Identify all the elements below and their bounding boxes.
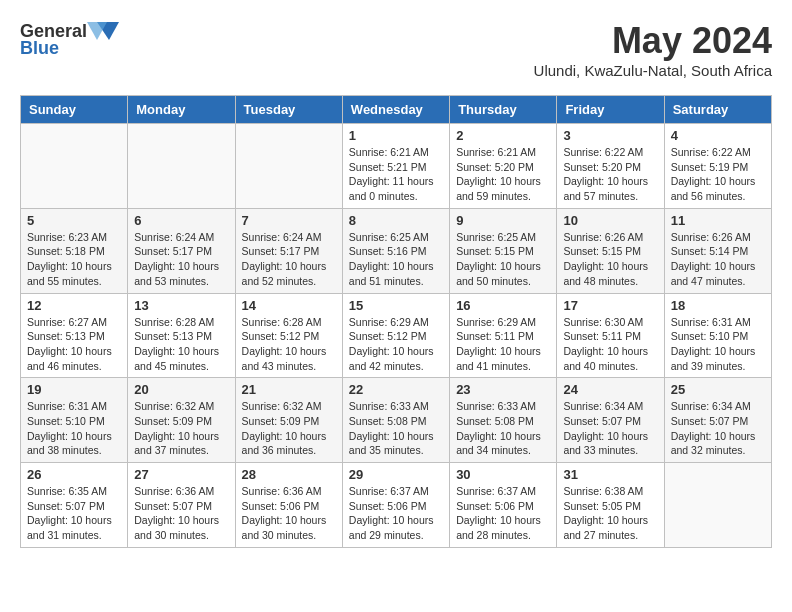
calendar-cell: 9Sunrise: 6:25 AM Sunset: 5:15 PM Daylig… — [450, 208, 557, 293]
day-info: Sunrise: 6:31 AM Sunset: 5:10 PM Dayligh… — [27, 399, 121, 458]
day-number: 9 — [456, 213, 550, 228]
calendar-cell: 4Sunrise: 6:22 AM Sunset: 5:19 PM Daylig… — [664, 124, 771, 209]
month-title: May 2024 — [534, 20, 772, 62]
day-info: Sunrise: 6:23 AM Sunset: 5:18 PM Dayligh… — [27, 230, 121, 289]
calendar-cell — [664, 463, 771, 548]
calendar-cell: 31Sunrise: 6:38 AM Sunset: 5:05 PM Dayli… — [557, 463, 664, 548]
day-info: Sunrise: 6:21 AM Sunset: 5:20 PM Dayligh… — [456, 145, 550, 204]
calendar-cell: 27Sunrise: 6:36 AM Sunset: 5:07 PM Dayli… — [128, 463, 235, 548]
page-header: General Blue May 2024 Ulundi, KwaZulu-Na… — [20, 20, 772, 79]
calendar-cell: 19Sunrise: 6:31 AM Sunset: 5:10 PM Dayli… — [21, 378, 128, 463]
day-number: 10 — [563, 213, 657, 228]
day-number: 14 — [242, 298, 336, 313]
calendar-cell: 10Sunrise: 6:26 AM Sunset: 5:15 PM Dayli… — [557, 208, 664, 293]
day-info: Sunrise: 6:34 AM Sunset: 5:07 PM Dayligh… — [671, 399, 765, 458]
day-info: Sunrise: 6:25 AM Sunset: 5:16 PM Dayligh… — [349, 230, 443, 289]
calendar-cell: 25Sunrise: 6:34 AM Sunset: 5:07 PM Dayli… — [664, 378, 771, 463]
day-number: 20 — [134, 382, 228, 397]
calendar-cell: 12Sunrise: 6:27 AM Sunset: 5:13 PM Dayli… — [21, 293, 128, 378]
day-number: 18 — [671, 298, 765, 313]
day-number: 31 — [563, 467, 657, 482]
header-sunday: Sunday — [21, 96, 128, 124]
day-number: 21 — [242, 382, 336, 397]
header-friday: Friday — [557, 96, 664, 124]
day-info: Sunrise: 6:22 AM Sunset: 5:19 PM Dayligh… — [671, 145, 765, 204]
calendar-cell: 1Sunrise: 6:21 AM Sunset: 5:21 PM Daylig… — [342, 124, 449, 209]
calendar-cell: 22Sunrise: 6:33 AM Sunset: 5:08 PM Dayli… — [342, 378, 449, 463]
calendar-cell: 2Sunrise: 6:21 AM Sunset: 5:20 PM Daylig… — [450, 124, 557, 209]
day-info: Sunrise: 6:33 AM Sunset: 5:08 PM Dayligh… — [349, 399, 443, 458]
calendar-cell: 5Sunrise: 6:23 AM Sunset: 5:18 PM Daylig… — [21, 208, 128, 293]
day-info: Sunrise: 6:35 AM Sunset: 5:07 PM Dayligh… — [27, 484, 121, 543]
day-info: Sunrise: 6:34 AM Sunset: 5:07 PM Dayligh… — [563, 399, 657, 458]
calendar-cell: 16Sunrise: 6:29 AM Sunset: 5:11 PM Dayli… — [450, 293, 557, 378]
day-info: Sunrise: 6:29 AM Sunset: 5:11 PM Dayligh… — [456, 315, 550, 374]
calendar-cell: 21Sunrise: 6:32 AM Sunset: 5:09 PM Dayli… — [235, 378, 342, 463]
calendar-week-row: 19Sunrise: 6:31 AM Sunset: 5:10 PM Dayli… — [21, 378, 772, 463]
calendar-cell: 8Sunrise: 6:25 AM Sunset: 5:16 PM Daylig… — [342, 208, 449, 293]
day-info: Sunrise: 6:30 AM Sunset: 5:11 PM Dayligh… — [563, 315, 657, 374]
day-number: 30 — [456, 467, 550, 482]
day-number: 6 — [134, 213, 228, 228]
calendar-cell: 15Sunrise: 6:29 AM Sunset: 5:12 PM Dayli… — [342, 293, 449, 378]
calendar-cell: 26Sunrise: 6:35 AM Sunset: 5:07 PM Dayli… — [21, 463, 128, 548]
calendar-cell: 28Sunrise: 6:36 AM Sunset: 5:06 PM Dayli… — [235, 463, 342, 548]
header-wednesday: Wednesday — [342, 96, 449, 124]
day-number: 15 — [349, 298, 443, 313]
day-info: Sunrise: 6:38 AM Sunset: 5:05 PM Dayligh… — [563, 484, 657, 543]
day-number: 22 — [349, 382, 443, 397]
day-info: Sunrise: 6:37 AM Sunset: 5:06 PM Dayligh… — [349, 484, 443, 543]
day-number: 12 — [27, 298, 121, 313]
header-monday: Monday — [128, 96, 235, 124]
day-info: Sunrise: 6:31 AM Sunset: 5:10 PM Dayligh… — [671, 315, 765, 374]
location-subtitle: Ulundi, KwaZulu-Natal, South Africa — [534, 62, 772, 79]
day-info: Sunrise: 6:27 AM Sunset: 5:13 PM Dayligh… — [27, 315, 121, 374]
day-info: Sunrise: 6:32 AM Sunset: 5:09 PM Dayligh… — [134, 399, 228, 458]
calendar-table: SundayMondayTuesdayWednesdayThursdayFrid… — [20, 95, 772, 548]
title-area: May 2024 Ulundi, KwaZulu-Natal, South Af… — [534, 20, 772, 79]
day-info: Sunrise: 6:24 AM Sunset: 5:17 PM Dayligh… — [242, 230, 336, 289]
calendar-cell — [128, 124, 235, 209]
day-info: Sunrise: 6:28 AM Sunset: 5:12 PM Dayligh… — [242, 315, 336, 374]
day-number: 27 — [134, 467, 228, 482]
header-thursday: Thursday — [450, 96, 557, 124]
calendar-cell — [21, 124, 128, 209]
logo-blue-text: Blue — [20, 38, 59, 59]
calendar-week-row: 5Sunrise: 6:23 AM Sunset: 5:18 PM Daylig… — [21, 208, 772, 293]
calendar-week-row: 12Sunrise: 6:27 AM Sunset: 5:13 PM Dayli… — [21, 293, 772, 378]
calendar-week-row: 1Sunrise: 6:21 AM Sunset: 5:21 PM Daylig… — [21, 124, 772, 209]
day-number: 2 — [456, 128, 550, 143]
day-info: Sunrise: 6:37 AM Sunset: 5:06 PM Dayligh… — [456, 484, 550, 543]
day-info: Sunrise: 6:29 AM Sunset: 5:12 PM Dayligh… — [349, 315, 443, 374]
calendar-cell: 30Sunrise: 6:37 AM Sunset: 5:06 PM Dayli… — [450, 463, 557, 548]
calendar-cell: 11Sunrise: 6:26 AM Sunset: 5:14 PM Dayli… — [664, 208, 771, 293]
day-info: Sunrise: 6:21 AM Sunset: 5:21 PM Dayligh… — [349, 145, 443, 204]
day-info: Sunrise: 6:28 AM Sunset: 5:13 PM Dayligh… — [134, 315, 228, 374]
logo: General Blue — [20, 20, 119, 59]
day-info: Sunrise: 6:26 AM Sunset: 5:14 PM Dayligh… — [671, 230, 765, 289]
day-info: Sunrise: 6:36 AM Sunset: 5:07 PM Dayligh… — [134, 484, 228, 543]
day-number: 25 — [671, 382, 765, 397]
calendar-cell: 29Sunrise: 6:37 AM Sunset: 5:06 PM Dayli… — [342, 463, 449, 548]
day-number: 19 — [27, 382, 121, 397]
day-number: 11 — [671, 213, 765, 228]
day-number: 26 — [27, 467, 121, 482]
day-info: Sunrise: 6:36 AM Sunset: 5:06 PM Dayligh… — [242, 484, 336, 543]
day-number: 7 — [242, 213, 336, 228]
day-number: 24 — [563, 382, 657, 397]
day-number: 8 — [349, 213, 443, 228]
day-info: Sunrise: 6:33 AM Sunset: 5:08 PM Dayligh… — [456, 399, 550, 458]
calendar-week-row: 26Sunrise: 6:35 AM Sunset: 5:07 PM Dayli… — [21, 463, 772, 548]
day-number: 3 — [563, 128, 657, 143]
day-number: 13 — [134, 298, 228, 313]
day-number: 4 — [671, 128, 765, 143]
calendar-cell: 24Sunrise: 6:34 AM Sunset: 5:07 PM Dayli… — [557, 378, 664, 463]
logo-icon — [87, 20, 119, 42]
day-number: 23 — [456, 382, 550, 397]
calendar-cell: 20Sunrise: 6:32 AM Sunset: 5:09 PM Dayli… — [128, 378, 235, 463]
calendar-header-row: SundayMondayTuesdayWednesdayThursdayFrid… — [21, 96, 772, 124]
day-info: Sunrise: 6:26 AM Sunset: 5:15 PM Dayligh… — [563, 230, 657, 289]
day-number: 16 — [456, 298, 550, 313]
header-saturday: Saturday — [664, 96, 771, 124]
header-tuesday: Tuesday — [235, 96, 342, 124]
